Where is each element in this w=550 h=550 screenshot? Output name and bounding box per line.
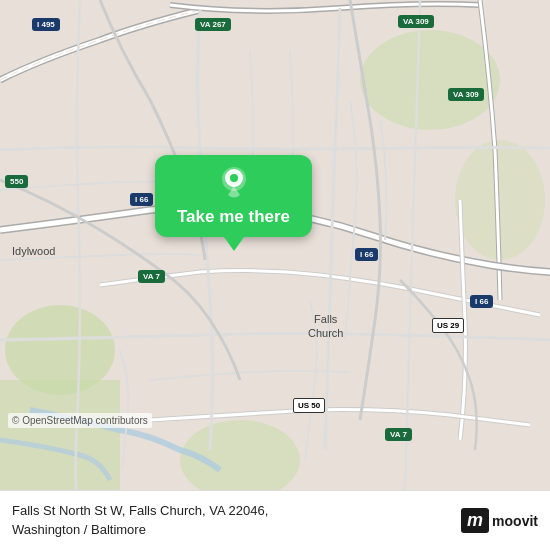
info-bar: Falls St North St W, Falls Church, VA 22… [0, 490, 550, 550]
road-label-va7b: VA 7 [385, 428, 412, 441]
moovit-brand-name: moovit [492, 513, 538, 529]
road-label-i66b: I 66 [355, 248, 378, 261]
svg-point-8 [230, 174, 238, 182]
svg-rect-2 [0, 380, 120, 490]
road-label-550: 550 [5, 175, 28, 188]
road-label-va309b: VA 309 [448, 88, 484, 101]
road-label-va309a: VA 309 [398, 15, 434, 28]
location-pin-icon [216, 165, 252, 201]
road-label-us50: US 50 [293, 398, 325, 413]
road-label-i66c: I 66 [470, 295, 493, 308]
take-me-there-callout[interactable]: Take me there [155, 155, 312, 251]
svg-point-4 [360, 30, 500, 130]
copyright-text: © OpenStreetMap contributors [8, 413, 152, 428]
address-text: Falls St North St W, Falls Church, VA 22… [12, 502, 461, 538]
road-label-us29: US 29 [432, 318, 464, 333]
road-label-i66a: I 66 [130, 193, 153, 206]
place-label-falls-church: FallsChurch [308, 312, 343, 341]
place-label-idylwood: Idylwood [12, 245, 55, 257]
map-container: I 495 I 66 I 66 I 66 VA 267 VA 309 VA 30… [0, 0, 550, 490]
road-label-va267: VA 267 [195, 18, 231, 31]
moovit-m-letter: m [461, 508, 489, 533]
address-line: Falls St North St W, Falls Church, VA 22… [12, 503, 268, 536]
road-label-i495: I 495 [32, 18, 60, 31]
callout-tip [224, 237, 244, 251]
road-label-va7: VA 7 [138, 270, 165, 283]
callout-label: Take me there [177, 207, 290, 227]
moovit-logo: m moovit [461, 508, 538, 533]
